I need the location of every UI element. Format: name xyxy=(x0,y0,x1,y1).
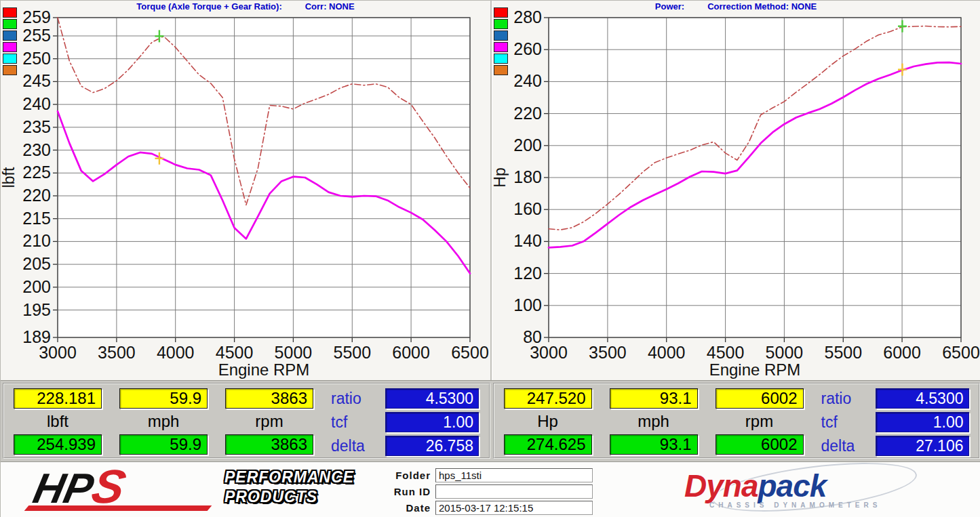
rpm-overlay-value: 6002 xyxy=(716,434,804,455)
torque-readout-panel: 228.181 59.9 3863 lbft mph rpm 254.939 5… xyxy=(3,383,490,459)
tcf-label: tcf xyxy=(821,412,869,432)
svg-text:220: 220 xyxy=(513,104,542,123)
power-chart-title: Power: Correction Method: NONE xyxy=(492,1,980,12)
y-axis-label: Hp xyxy=(492,167,509,187)
svg-text:5000: 5000 xyxy=(275,343,313,362)
svg-text:5500: 5500 xyxy=(333,343,371,362)
rpm-cursor-value: 6002 xyxy=(716,388,804,409)
svg-text:245: 245 xyxy=(22,71,51,90)
svg-text:225: 225 xyxy=(22,163,51,182)
speed-cursor-value: 93.1 xyxy=(610,388,698,409)
svg-text:200: 200 xyxy=(22,277,51,296)
dynapack-logo-subtitle: CHASSIS DYNAMOMETERS xyxy=(709,501,881,509)
svg-text:240: 240 xyxy=(22,94,51,113)
rpm-unit-label: rpm xyxy=(716,413,804,430)
tcf-value: 1.00 xyxy=(876,412,969,432)
svg-text:6500: 6500 xyxy=(451,343,489,362)
svg-text:6000: 6000 xyxy=(392,343,430,362)
svg-text:6000: 6000 xyxy=(883,343,921,362)
date-field-label: Date xyxy=(380,502,435,514)
ratio-label: ratio xyxy=(821,388,869,409)
power-title-text: Power: xyxy=(655,1,684,12)
legend-swatch[interactable] xyxy=(494,65,508,75)
speed-unit-label: mph xyxy=(610,413,698,430)
svg-text:195: 195 xyxy=(22,300,51,319)
power-chart-panel: Power: Correction Method: NONE 801001201… xyxy=(490,1,980,380)
svg-text:220: 220 xyxy=(22,186,51,205)
footer-bar: HPS PERFORMANCE PRODUCTS Folder Run ID D… xyxy=(1,461,980,517)
ratio-value: 4.5300 xyxy=(385,388,479,409)
svg-text:100: 100 xyxy=(513,295,542,314)
legend-swatch[interactable] xyxy=(3,42,17,52)
svg-text:180: 180 xyxy=(513,167,542,186)
svg-text:3000: 3000 xyxy=(530,343,568,362)
svg-text:215: 215 xyxy=(22,209,51,228)
legend-swatch[interactable] xyxy=(494,30,508,41)
power-overlay-value: 274.625 xyxy=(504,434,592,455)
torque-plot[interactable]: 1891952002052102152202252302352402452502… xyxy=(1,1,490,379)
dynapack-logo-text: Dynapack xyxy=(684,468,826,504)
torque-chart-panel: Torque (Axle Torque + Gear Ratio): Corr:… xyxy=(1,1,490,380)
torque-correction-text: Corr: NONE xyxy=(305,1,355,12)
power-plot[interactable]: 8010012014016018020022024026028030003500… xyxy=(492,1,980,379)
svg-text:235: 235 xyxy=(22,117,51,136)
run-id-field-label: Run ID xyxy=(380,486,435,497)
speed-overlay-value: 59.9 xyxy=(119,434,208,455)
torque-cursor-value: 228.181 xyxy=(14,388,102,409)
svg-text:3500: 3500 xyxy=(98,343,136,362)
svg-text:120: 120 xyxy=(513,264,542,283)
hps-logo-swoosh xyxy=(24,505,212,511)
svg-text:200: 200 xyxy=(513,136,542,154)
svg-text:3000: 3000 xyxy=(39,343,77,362)
legend-swatch[interactable] xyxy=(494,19,508,29)
svg-text:3500: 3500 xyxy=(589,343,627,362)
svg-text:205: 205 xyxy=(22,254,51,273)
svg-text:140: 140 xyxy=(513,231,542,250)
legend-swatch[interactable] xyxy=(494,42,508,52)
svg-text:255: 255 xyxy=(22,26,51,45)
charts-row: Torque (Axle Torque + Gear Ratio): Corr:… xyxy=(1,1,980,380)
svg-text:4500: 4500 xyxy=(707,343,745,362)
svg-text:210: 210 xyxy=(22,231,51,250)
ratio-label: ratio xyxy=(331,388,378,409)
date-input[interactable] xyxy=(435,501,593,515)
svg-text:240: 240 xyxy=(513,71,542,90)
torque-unit-label: lbft xyxy=(14,413,102,430)
svg-text:4500: 4500 xyxy=(216,343,254,362)
run-id-input[interactable] xyxy=(435,484,593,499)
legend-swatch[interactable] xyxy=(3,65,17,75)
power-readout-panel: 247.520 93.1 6002 Hp mph rpm 274.625 93.… xyxy=(493,383,980,459)
hps-logo: HPS PERFORMANCE PRODUCTS xyxy=(14,465,367,515)
rpm-overlay-value: 3863 xyxy=(225,434,313,455)
y-axis-label: lbft xyxy=(1,167,18,188)
legend-swatch[interactable] xyxy=(3,7,17,18)
run-info-form: Folder Run ID Date xyxy=(380,468,593,517)
run-color-legend-power xyxy=(494,7,508,75)
hps-logo-words: PERFORMANCE PRODUCTS xyxy=(224,468,354,507)
legend-swatch[interactable] xyxy=(3,19,17,29)
legend-swatch[interactable] xyxy=(3,30,17,41)
speed-overlay-value: 93.1 xyxy=(610,434,698,455)
svg-text:250: 250 xyxy=(22,49,51,68)
delta-value: 26.758 xyxy=(385,436,479,456)
run-color-legend-torque xyxy=(3,7,17,75)
rpm-unit-label: rpm xyxy=(225,413,313,430)
x-axis-label: Engine RPM xyxy=(218,360,310,379)
folder-field-label: Folder xyxy=(380,470,435,481)
folder-input[interactable] xyxy=(435,468,593,482)
dyno-app-window: Torque (Axle Torque + Gear Ratio): Corr:… xyxy=(0,0,980,517)
tcf-label: tcf xyxy=(331,412,378,432)
dynapack-logo: Dynapack CHASSIS DYNAMOMETERS xyxy=(672,466,916,514)
legend-swatch[interactable] xyxy=(3,54,17,64)
delta-label: delta xyxy=(331,436,378,456)
legend-swatch[interactable] xyxy=(494,54,508,64)
tcf-value: 1.00 xyxy=(385,412,479,432)
torque-title-text: Torque (Axle Torque + Gear Ratio): xyxy=(136,1,281,12)
delta-label: delta xyxy=(821,436,869,456)
speed-unit-label: mph xyxy=(119,413,208,430)
rpm-cursor-value: 3863 xyxy=(225,388,313,409)
legend-swatch[interactable] xyxy=(494,7,508,18)
readout-strip: 228.181 59.9 3863 lbft mph rpm 254.939 5… xyxy=(1,380,980,461)
svg-text:4000: 4000 xyxy=(648,343,686,362)
svg-text:4000: 4000 xyxy=(157,343,195,362)
